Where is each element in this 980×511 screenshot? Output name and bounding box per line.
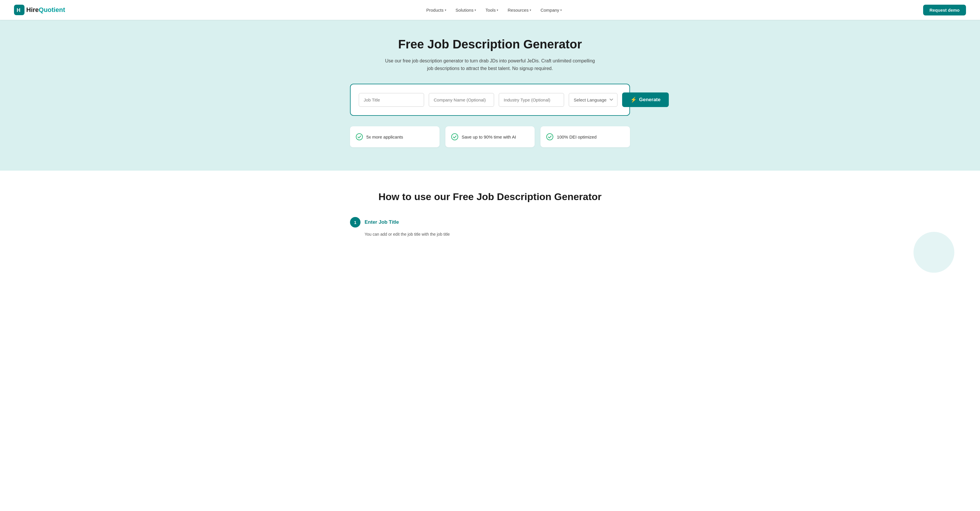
chevron-down-icon: ▾ — [445, 8, 446, 12]
teal-decoration — [913, 232, 955, 273]
how-to-section: How to use our Free Job Description Gene… — [0, 170, 980, 272]
check-circle-icon — [356, 133, 363, 140]
generator-form: Select Language English Spanish French G… — [350, 84, 630, 116]
nav-item-products[interactable]: Products ▾ — [426, 8, 446, 13]
benefit-label-3: 100% DEI optimized — [557, 134, 597, 139]
chevron-down-icon: ▾ — [474, 8, 476, 12]
svg-point-4 — [547, 134, 553, 140]
logo-text: HireQuotient — [26, 6, 65, 14]
benefit-card-time: Save up to 90% time with AI — [445, 126, 535, 147]
step-desc-1: You can add or edit the job title with t… — [350, 231, 630, 237]
nav-links: Products ▾ Solutions ▾ Tools ▾ Resources… — [426, 8, 562, 13]
svg-point-2 — [356, 134, 363, 140]
svg-text:H: H — [17, 7, 21, 13]
step-number-1: 1 — [350, 217, 361, 228]
language-select[interactable]: Select Language English Spanish French G… — [569, 93, 617, 107]
check-circle-icon-3 — [546, 133, 553, 140]
svg-point-3 — [452, 134, 458, 140]
benefit-label-2: Save up to 90% time with AI — [462, 134, 516, 139]
how-to-wrapper: How to use our Free Job Description Gene… — [0, 170, 980, 272]
chevron-down-icon: ▾ — [530, 8, 531, 12]
nav-item-company[interactable]: Company ▾ — [541, 8, 562, 13]
benefit-card-dei: 100% DEI optimized — [541, 126, 630, 147]
logo-icon: H — [14, 5, 24, 15]
generate-button[interactable]: ⚡ Generate — [622, 92, 669, 107]
chevron-down-icon: ▾ — [560, 8, 562, 12]
benefit-cards: 5x more applicants Save up to 90% time w… — [350, 126, 630, 147]
hero-section: Free Job Description Generator Use our f… — [0, 20, 980, 170]
industry-type-input[interactable] — [499, 93, 564, 107]
request-demo-button[interactable]: Request demo — [923, 5, 966, 16]
step-title-1: Enter Job Title — [364, 219, 399, 225]
step-1: 1 Enter Job Title You can add or edit th… — [350, 217, 630, 237]
company-name-input[interactable] — [429, 93, 494, 107]
hero-title: Free Job Description Generator — [14, 37, 966, 51]
check-circle-icon-2 — [451, 133, 458, 140]
nav-item-tools[interactable]: Tools ▾ — [485, 8, 498, 13]
how-to-steps: 1 Enter Job Title You can add or edit th… — [350, 217, 630, 237]
logo[interactable]: H HireQuotient — [14, 5, 65, 15]
job-title-input[interactable] — [359, 93, 424, 107]
benefit-card-applicants: 5x more applicants — [350, 126, 439, 147]
nav-right: Request demo — [923, 5, 966, 16]
hero-subtitle: Use our free job description generator t… — [385, 57, 595, 72]
nav-item-solutions[interactable]: Solutions ▾ — [456, 8, 476, 13]
navbar: H HireQuotient Products ▾ Solutions ▾ To… — [0, 0, 980, 20]
benefit-label-1: 5x more applicants — [366, 134, 403, 139]
chevron-down-icon: ▾ — [497, 8, 498, 12]
bolt-icon: ⚡ — [630, 97, 637, 103]
how-to-title: How to use our Free Job Description Gene… — [14, 191, 966, 202]
nav-item-resources[interactable]: Resources ▾ — [508, 8, 531, 13]
